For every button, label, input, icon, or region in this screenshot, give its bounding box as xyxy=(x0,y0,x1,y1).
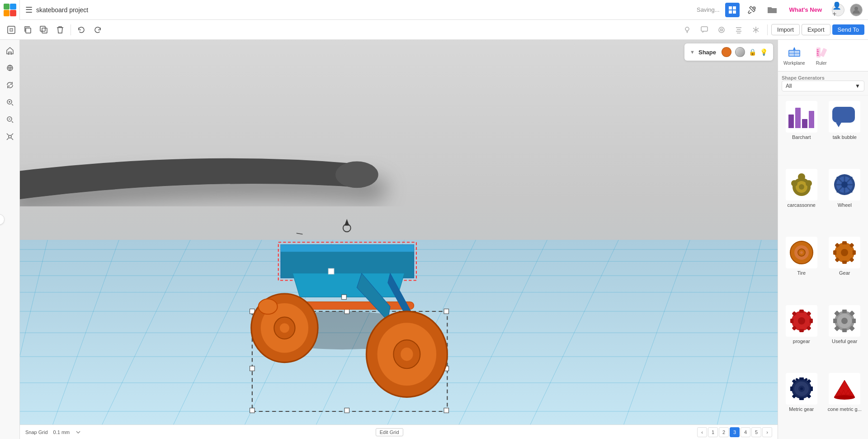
svg-rect-78 xyxy=(816,48,820,57)
shape-item-barchart[interactable]: Barchart xyxy=(782,99,821,163)
shape-generators-select[interactable]: All ▼ xyxy=(782,81,864,91)
svg-rect-7 xyxy=(26,28,31,33)
svg-rect-126 xyxy=(833,319,837,323)
lightbulb-icon[interactable]: 💡 xyxy=(760,48,768,56)
shape-item-conemetric[interactable]: cone metric g... xyxy=(825,371,865,435)
page-5-button[interactable]: 5 xyxy=(751,427,761,437)
delete-button[interactable] xyxy=(52,22,68,38)
zoom-out-icon[interactable] xyxy=(3,112,17,127)
svg-point-12 xyxy=(719,27,724,33)
grid-view-button[interactable] xyxy=(725,3,740,17)
snap-grid-label: Snap Grid xyxy=(25,429,48,435)
material-swatch[interactable] xyxy=(735,47,745,57)
rotate-icon[interactable] xyxy=(3,78,17,92)
saving-status: Saving... xyxy=(697,6,720,13)
svg-rect-135 xyxy=(799,377,804,380)
orbit-icon[interactable] xyxy=(3,61,17,75)
app-logo[interactable] xyxy=(0,0,20,20)
folder-icon-button[interactable] xyxy=(765,3,779,17)
duplicate-button[interactable] xyxy=(36,22,52,38)
shape-item-progear[interactable]: progear xyxy=(782,303,821,367)
snap-value: 0.1 mm xyxy=(53,429,70,435)
copy-button[interactable] xyxy=(20,22,35,38)
new-shape-button[interactable] xyxy=(4,22,19,38)
svg-point-10 xyxy=(685,27,689,31)
page-3-button[interactable]: 3 xyxy=(730,427,740,437)
import-button[interactable]: Import xyxy=(771,24,800,35)
align-icon[interactable] xyxy=(731,22,746,38)
svg-rect-125 xyxy=(842,329,847,332)
shape-thumb-progear xyxy=(786,305,817,337)
snap-dropdown-icon[interactable] xyxy=(75,429,81,435)
send-to-button[interactable]: Send To xyxy=(832,24,864,35)
svg-marker-77 xyxy=(793,47,796,50)
svg-rect-114 xyxy=(799,329,804,332)
hamburger-icon[interactable]: ☰ xyxy=(25,5,33,15)
light-bulb-icon[interactable] xyxy=(679,22,695,38)
shape-thumb-barchart xyxy=(786,101,817,133)
shape-item-usefulgear[interactable]: Useful gear xyxy=(825,303,865,367)
color-swatch-orange[interactable] xyxy=(722,47,731,57)
home-icon[interactable] xyxy=(3,43,17,58)
shape-item-metricgear[interactable]: Metric gear xyxy=(782,371,821,435)
svg-rect-138 xyxy=(810,387,813,391)
project-title[interactable]: skateboard project xyxy=(36,6,88,14)
topbar: ☰ skateboard project Saving... What's Ne… xyxy=(0,0,868,20)
speech-bubble-icon[interactable] xyxy=(697,22,712,38)
prev-page-button[interactable]: ‹ xyxy=(697,427,707,437)
fit-view-icon[interactable] xyxy=(3,129,17,144)
zoom-in-icon[interactable] xyxy=(3,95,17,110)
svg-point-5 xyxy=(854,7,858,10)
edit-grid-button[interactable]: Edit Grid xyxy=(376,428,403,436)
shape-name-tire: Tire xyxy=(797,270,806,276)
page-1-button[interactable]: 1 xyxy=(708,427,718,437)
add-person-icon[interactable]: 👤+ xyxy=(832,4,844,16)
shape-panel-collapse[interactable]: ▼ xyxy=(690,49,695,55)
redo-button[interactable] xyxy=(90,22,105,38)
svg-point-111 xyxy=(841,249,848,256)
shape-item-talkbubble[interactable]: talk bubble xyxy=(825,99,865,163)
shape-generators-label: Shape Generators xyxy=(782,75,864,81)
workplane-tool[interactable]: Workplane xyxy=(782,43,807,67)
shape-thumb-gear xyxy=(829,237,860,268)
svg-rect-124 xyxy=(842,310,847,313)
svg-point-17 xyxy=(9,135,11,138)
svg-rect-3 xyxy=(733,10,736,14)
svg-rect-105 xyxy=(852,250,856,255)
undo-button[interactable] xyxy=(74,22,89,38)
mirror-icon[interactable] xyxy=(748,22,764,38)
ruler-tool[interactable]: Ruler xyxy=(812,43,830,67)
svg-rect-113 xyxy=(799,310,804,313)
svg-point-133 xyxy=(841,318,848,324)
shape-item-carcassonne[interactable]: carcassonne xyxy=(782,167,821,231)
export-button[interactable]: Export xyxy=(802,24,830,35)
svg-rect-104 xyxy=(833,250,837,255)
build-icon-button[interactable] xyxy=(745,3,760,17)
toolbar-right: Import Export Send To xyxy=(679,22,864,38)
toolbar: Import Export Send To xyxy=(0,20,868,40)
tire-shape xyxy=(789,240,814,265)
shapes-icon[interactable] xyxy=(714,22,729,38)
whats-new-button[interactable]: What's New xyxy=(785,5,826,15)
page-2-button[interactable]: 2 xyxy=(719,427,729,437)
logo-i xyxy=(10,4,16,10)
page-4-button[interactable]: 4 xyxy=(741,427,750,437)
svg-point-70 xyxy=(401,348,413,361)
shape-item-gear[interactable]: Gear xyxy=(825,235,865,299)
viewport[interactable]: BCK LEFT xyxy=(20,40,778,439)
svg-rect-13 xyxy=(721,29,722,31)
svg-point-66 xyxy=(280,323,289,333)
svg-rect-115 xyxy=(790,319,794,323)
svg-rect-54 xyxy=(344,408,349,413)
svg-rect-116 xyxy=(809,319,813,323)
svg-point-96 xyxy=(841,181,848,188)
shape-item-tire[interactable]: Tire xyxy=(782,235,821,299)
user-avatar[interactable] xyxy=(850,4,863,16)
shape-name-metricgear: Metric gear xyxy=(789,406,814,412)
next-page-button[interactable]: › xyxy=(762,427,772,437)
svg-point-4 xyxy=(753,7,755,10)
lock-icon[interactable]: 🔒 xyxy=(749,48,756,56)
wheel-shape xyxy=(833,173,856,196)
svg-rect-2 xyxy=(729,10,732,14)
shape-item-wheel[interactable]: Wheel xyxy=(825,167,865,231)
